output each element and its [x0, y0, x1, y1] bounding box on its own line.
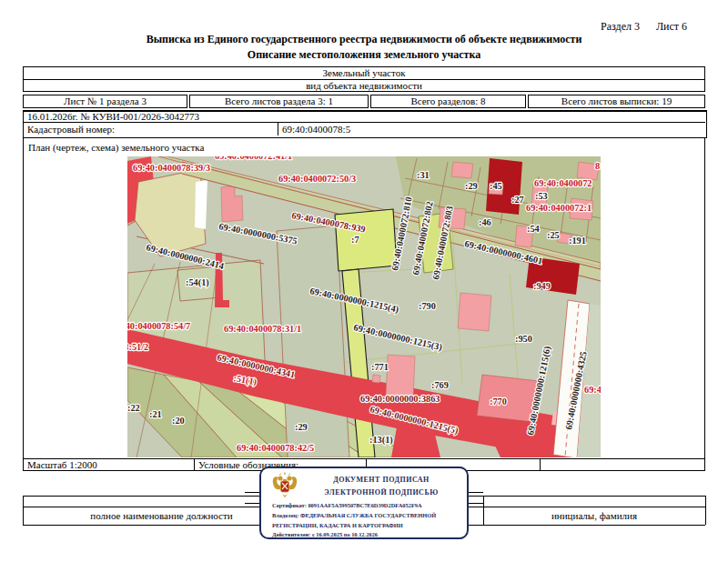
document-subtitle: Описание местоположения земельного участ…: [0, 48, 728, 62]
parcel-label: :770: [490, 396, 507, 406]
parcel-label: :53: [535, 191, 548, 201]
parcel-label: :950: [515, 334, 532, 344]
parcel-label: :27: [511, 195, 524, 205]
signer-name-caption: инициалы, фамилия: [483, 510, 705, 521]
stamp-certificate: Сертификат: 0091AAF5A599507BC7E6D39D2DFA…: [272, 502, 422, 508]
stamp-tick: [469, 492, 483, 493]
parcel-label: 69:40:0400078:31/1: [224, 324, 301, 334]
object-kind: Земельный участок: [23, 67, 705, 79]
coat-of-arms-icon: [271, 472, 298, 501]
document-title: Выписка из Единого государственного реес…: [0, 33, 728, 46]
parcel-label: 69:40:0400072: [534, 178, 592, 188]
parcel-label: :771: [371, 362, 389, 372]
stamp-owner: Владелец: ФЕДЕРАЛЬНАЯ СЛУЖБА ГОСУДАРСТВЕ…: [272, 512, 436, 518]
stamp-tick: [245, 503, 259, 504]
divider: [23, 458, 705, 459]
parcel-label: 8: [595, 161, 600, 171]
egrn-extract-page: { "page": { "section": "Раздел 3", "shee…: [0, 0, 728, 562]
parcel-label: :7: [351, 235, 359, 245]
parcel-label: 69:40:0400072:41/1: [215, 156, 292, 161]
plan-title: План (чертеж, схема) земельного участка: [28, 142, 204, 153]
cadastral-number-value: 69:40:0400078:5: [282, 124, 350, 135]
digital-signature-stamp: ДОКУМЕНТ ПОДПИСАН ЭЛЕКТРОННОЙ ПОДПИСЬЮ С…: [259, 467, 469, 539]
divider: [23, 122, 705, 123]
parcel-label: 69:40:0000000:3863: [360, 394, 440, 404]
request-date-number: 16.01.2026г. № КУВИ-001/2026-3042773: [27, 111, 199, 122]
cadastral-map-svg: 69:40:0400072:41/169:40:0400078:39/369:4…: [127, 156, 601, 457]
parcel-label: :29: [295, 422, 308, 432]
parcel-label: :46: [479, 217, 491, 227]
parcel-label: :54(1): [186, 277, 209, 288]
parcel-label: 69:40:0400072:1: [526, 203, 592, 213]
stamp-tick: [469, 503, 483, 504]
stamp-owner-2: РЕГИСТРАЦИИ, КАДАСТРА И КАРТОГРАФИИ: [272, 522, 403, 528]
parcel-label: 69:40:0400072:50/3: [278, 174, 356, 184]
parcel-label: :21: [149, 409, 162, 419]
parcel-label: :29: [465, 181, 478, 191]
parcel-label: :54: [527, 224, 540, 234]
parcel-label: 69:40:0400078:39/3: [133, 163, 210, 173]
parcel-label: 69:40:0400078:51/2: [127, 342, 148, 352]
sheet-info-cell-2: Всего листов раздела 3: 1: [189, 95, 369, 108]
sheet-info-cell-1: Лист № 1 раздела 3: [23, 95, 187, 108]
parcel-label: :22: [127, 403, 140, 413]
divider: [540, 458, 541, 471]
map-scale: Масштаб 1:2000: [27, 459, 97, 470]
parcel-label: :949: [533, 281, 551, 291]
stamp-title-2: ЭЛЕКТРОННОЙ ПОДПИСЬЮ: [299, 488, 463, 497]
cadastral-map: 69:40:0400072:41/169:40:0400078:39/369:4…: [127, 156, 601, 457]
sheet-info-cell-4: Всего листов выписки: 19: [528, 95, 705, 108]
sheet-info-cell-3: Всего разделов: 8: [370, 95, 526, 108]
stamp-title-1: ДОКУМЕНТ ПОДПИСАН: [299, 476, 463, 484]
cadastral-number-label: Кадастровый номер:: [27, 124, 115, 135]
parcel-label: 69:40:0400078:54/7: [127, 321, 190, 331]
parcel-label: :191: [569, 236, 586, 246]
stamp-validity: Действителен: с 16.09.2025 по 10.12.2026: [272, 531, 378, 537]
divider: [278, 122, 278, 135]
parcel-label: :20: [172, 416, 185, 426]
parcel-label: 69:40:0400078:42/5: [237, 443, 314, 453]
parcel-label: :45: [490, 181, 502, 191]
divider: [194, 458, 195, 471]
parcel-label: :790: [419, 301, 436, 311]
parcel-label: :31: [417, 170, 430, 180]
stamp-tick: [245, 492, 259, 493]
divider: [705, 496, 706, 525]
section-label: Раздел 3: [601, 20, 640, 34]
parcel-label: :13(1): [369, 435, 393, 446]
section-sheet-header: Раздел 3 Лист 6: [601, 20, 710, 34]
parcel-label: :25: [547, 230, 560, 240]
object-kind-caption: вид объекта недвижимости: [23, 80, 705, 92]
parcel-label: 69:4: [584, 385, 601, 395]
sheet-label: Лист 6: [656, 20, 687, 34]
parcel-label: :769: [431, 380, 449, 390]
